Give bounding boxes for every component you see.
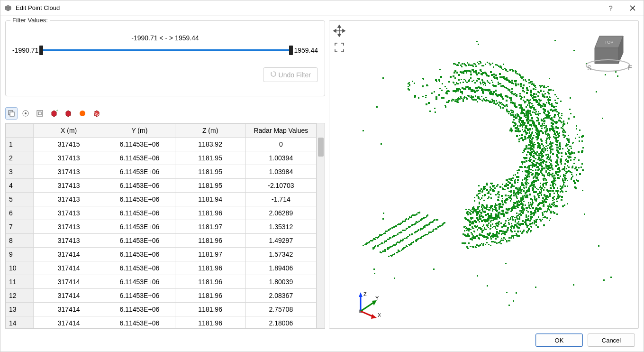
cell-radar[interactable]: 0	[245, 138, 316, 151]
cell-radar[interactable]: 1.80039	[245, 275, 316, 289]
cell-radar[interactable]: 2.06289	[245, 206, 316, 220]
cell-x[interactable]: 317414	[34, 261, 104, 275]
cell-radar[interactable]: 1.03984	[245, 165, 316, 179]
cell-x[interactable]: 317415	[34, 138, 104, 151]
cell-z[interactable]: 1181.95	[175, 165, 245, 179]
col-y[interactable]: Y (m)	[104, 124, 175, 138]
cell-y[interactable]: 6.11453E+06	[104, 261, 175, 275]
row-header[interactable]: 4	[6, 179, 34, 193]
fit-icon[interactable]	[333, 41, 345, 55]
col-radar[interactable]: Radar Map Values	[245, 124, 316, 138]
cell-x[interactable]: 317413	[34, 193, 104, 206]
target-icon[interactable]	[19, 107, 32, 120]
table-row[interactable]: 33174136.11453E+061181.951.03984	[6, 165, 317, 179]
cell-z[interactable]: 1181.94	[175, 193, 245, 206]
row-header[interactable]: 11	[6, 275, 34, 289]
cell-x[interactable]: 317413	[34, 206, 104, 220]
slider-handle-min[interactable]	[39, 46, 43, 55]
cell-x[interactable]: 317413	[34, 179, 104, 193]
row-header[interactable]: 14	[6, 316, 34, 329]
row-header[interactable]: 6	[6, 206, 34, 220]
cell-z[interactable]: 1181.96	[175, 261, 245, 275]
help-button[interactable]: ?	[600, 0, 622, 16]
cube-hatch-icon[interactable]	[91, 107, 103, 120]
cell-y[interactable]: 6.11453E+06	[104, 138, 175, 151]
sphere-orange-icon[interactable]	[76, 107, 89, 120]
row-header[interactable]: 12	[6, 289, 34, 303]
cell-y[interactable]: 6.11453E+06	[104, 206, 175, 220]
table-row[interactable]: 93174146.11453E+061181.971.57342	[6, 248, 317, 261]
table-scrollbar[interactable]	[317, 123, 325, 328]
table-row[interactable]: 63174136.11453E+061181.962.06289	[6, 206, 317, 220]
close-button[interactable]	[622, 0, 644, 16]
slider-handle-max[interactable]	[289, 46, 293, 55]
cell-radar[interactable]: 2.18006	[245, 316, 316, 329]
cube-add-icon[interactable]: +	[48, 107, 60, 120]
cell-z[interactable]: 1183.92	[175, 138, 245, 151]
cell-y[interactable]: 6.11453E+06	[104, 193, 175, 206]
ok-button[interactable]: OK	[535, 333, 583, 347]
cell-y[interactable]: 6.11453E+06	[104, 151, 175, 165]
table-row[interactable]: 73174136.11453E+061181.971.35312	[6, 220, 317, 234]
cell-z[interactable]: 1181.96	[175, 303, 245, 316]
slider-track[interactable]	[41, 49, 291, 51]
filter-slider[interactable]: -1990.71 1959.44	[12, 46, 318, 54]
box-icon[interactable]	[34, 107, 46, 120]
pan-icon[interactable]	[333, 25, 345, 38]
cancel-button[interactable]: Cancel	[588, 333, 635, 347]
cell-radar[interactable]: 2.75708	[245, 303, 316, 316]
cell-z[interactable]: 1181.95	[175, 151, 245, 165]
row-header[interactable]: 1	[6, 138, 34, 151]
col-z[interactable]: Z (m)	[175, 124, 245, 138]
cell-x[interactable]: 317414	[34, 248, 104, 261]
cell-z[interactable]: 1181.97	[175, 248, 245, 261]
cube-red-icon[interactable]	[62, 107, 74, 120]
cell-x[interactable]: 317413	[34, 234, 104, 248]
col-x[interactable]: X (m)	[34, 124, 104, 138]
row-header[interactable]: 9	[6, 248, 34, 261]
table-row[interactable]: 143174146.11453E+061181.962.18006	[6, 316, 317, 329]
row-header[interactable]: 5	[6, 193, 34, 206]
cell-x[interactable]: 317414	[34, 303, 104, 316]
cell-y[interactable]: 6.11453E+06	[104, 289, 175, 303]
cell-z[interactable]: 1181.96	[175, 234, 245, 248]
cell-z[interactable]: 1181.97	[175, 220, 245, 234]
cell-x[interactable]: 317413	[34, 165, 104, 179]
cell-y[interactable]: 6.11453E+06	[104, 248, 175, 261]
row-header[interactable]: 13	[6, 303, 34, 316]
cell-x[interactable]: 317414	[34, 275, 104, 289]
table-row[interactable]: 123174146.11453E+061181.962.08367	[6, 289, 317, 303]
table-row[interactable]: 23174136.11453E+061181.951.00394	[6, 151, 317, 165]
table-row[interactable]: 113174146.11453E+061181.961.80039	[6, 275, 317, 289]
cell-radar[interactable]: -2.10703	[245, 179, 316, 193]
row-header[interactable]: 3	[6, 165, 34, 179]
undo-filter-button[interactable]: Undo Filter	[263, 67, 318, 82]
viewport-3d[interactable]: TOP S E Z Y	[329, 20, 639, 329]
scrollbar-thumb[interactable]	[318, 138, 324, 157]
row-header[interactable]: 7	[6, 220, 34, 234]
cell-z[interactable]: 1181.96	[175, 275, 245, 289]
cell-radar[interactable]: 2.08367	[245, 289, 316, 303]
copy-icon[interactable]	[5, 107, 18, 120]
cell-z[interactable]: 1181.96	[175, 289, 245, 303]
cell-z[interactable]: 1181.96	[175, 206, 245, 220]
axis-gizmo[interactable]: Z Y X	[352, 291, 381, 320]
table-row[interactable]: 53174136.11453E+061181.94-1.714	[6, 193, 317, 206]
cell-x[interactable]: 317414	[34, 316, 104, 329]
table-row[interactable]: 133174146.11453E+061181.962.75708	[6, 303, 317, 316]
cell-y[interactable]: 6.11453E+06	[104, 234, 175, 248]
cell-radar[interactable]: 1.89406	[245, 261, 316, 275]
table-row[interactable]: 43174136.11453E+061181.95-2.10703	[6, 179, 317, 193]
cell-y[interactable]: 6.11453E+06	[104, 165, 175, 179]
table-row[interactable]: 83174136.11453E+061181.961.49297	[6, 234, 317, 248]
cell-z[interactable]: 1181.95	[175, 179, 245, 193]
row-header[interactable]: 2	[6, 151, 34, 165]
cell-y[interactable]: 6.11453E+06	[104, 316, 175, 329]
cell-radar[interactable]: 1.49297	[245, 234, 316, 248]
cell-y[interactable]: 6.11453E+06	[104, 220, 175, 234]
row-header[interactable]: 8	[6, 234, 34, 248]
cell-z[interactable]: 1181.96	[175, 316, 245, 329]
cell-y[interactable]: 6.11453E+06	[104, 303, 175, 316]
orientation-cube[interactable]: TOP S E	[581, 27, 633, 74]
cell-radar[interactable]: 1.00394	[245, 151, 316, 165]
